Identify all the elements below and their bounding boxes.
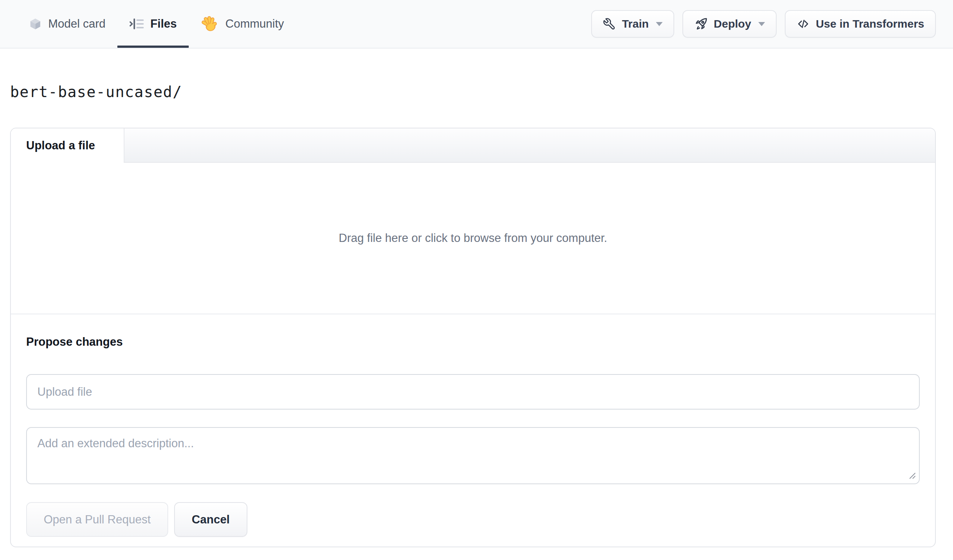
chevron-down-icon bbox=[758, 22, 765, 26]
nav-tab-label: Files bbox=[150, 17, 177, 31]
open-pull-request-button[interactable]: Open a Pull Request bbox=[26, 502, 168, 537]
dropzone-hint-text: Drag file here or click to browse from y… bbox=[338, 232, 607, 245]
repo-tabs: Model card Files bbox=[16, 0, 296, 48]
train-button-label: Train bbox=[622, 17, 649, 30]
main-content: bert-base-uncased/ Upload a file Drag fi… bbox=[10, 48, 936, 547]
upload-card-tabstrip: Upload a file bbox=[11, 128, 935, 163]
upload-filename-input[interactable] bbox=[26, 374, 920, 410]
deploy-button[interactable]: Deploy bbox=[683, 10, 777, 38]
code-icon bbox=[796, 17, 810, 31]
nav-tab-community[interactable]: Community bbox=[189, 0, 296, 48]
tabstrip-filler bbox=[124, 128, 935, 163]
upload-file-tab[interactable]: Upload a file bbox=[11, 128, 124, 163]
rocket-icon bbox=[694, 17, 708, 31]
train-button[interactable]: Train bbox=[591, 10, 674, 38]
propose-changes-section: Propose changes Open a Pull Request Canc… bbox=[11, 314, 935, 546]
primary-nav: Model card Files bbox=[0, 0, 953, 48]
description-textarea[interactable] bbox=[26, 427, 920, 484]
nav-tab-files[interactable]: Files bbox=[117, 0, 189, 48]
upload-card: Upload a file Drag file here or click to… bbox=[10, 128, 936, 547]
description-field-wrapper bbox=[26, 427, 920, 484]
files-list-icon bbox=[129, 16, 144, 31]
active-tab-indicator bbox=[117, 46, 189, 48]
repo-path-breadcrumb[interactable]: bert-base-uncased/ bbox=[10, 83, 182, 101]
repo-actions: Train Deploy Use in Transformers bbox=[591, 0, 936, 48]
deploy-button-label: Deploy bbox=[714, 17, 751, 30]
use-in-transformers-button[interactable]: Use in Transformers bbox=[785, 10, 936, 38]
cancel-button[interactable]: Cancel bbox=[174, 502, 247, 537]
wrench-icon bbox=[603, 17, 616, 31]
file-dropzone[interactable]: Drag file here or click to browse from y… bbox=[11, 163, 935, 314]
cube-icon bbox=[28, 17, 42, 31]
nav-tab-label: Community bbox=[225, 17, 284, 31]
propose-actions-row: Open a Pull Request Cancel bbox=[26, 502, 920, 537]
nav-tab-model-card[interactable]: Model card bbox=[16, 0, 117, 48]
propose-changes-heading: Propose changes bbox=[26, 335, 920, 349]
chevron-down-icon bbox=[656, 22, 663, 26]
waving-hand-icon bbox=[201, 15, 219, 33]
nav-tab-label: Model card bbox=[48, 17, 106, 31]
resize-handle-icon[interactable] bbox=[907, 471, 916, 480]
use-in-transformers-label: Use in Transformers bbox=[816, 17, 924, 30]
